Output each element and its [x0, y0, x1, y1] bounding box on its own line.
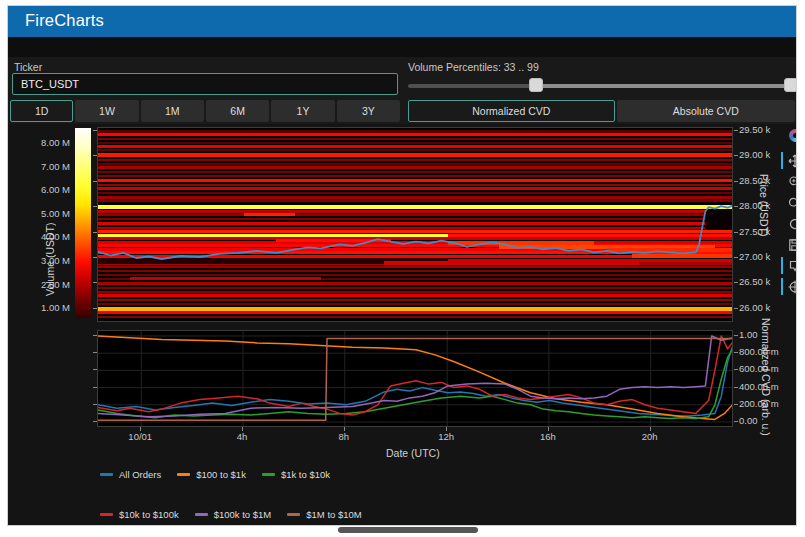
timeframe-1d-button[interactable]: 1D [10, 100, 73, 122]
tick-label: 29.50 k [739, 125, 770, 135]
tick-label: 4.00 M [30, 232, 70, 242]
tick-label: 26.00 k [739, 303, 770, 313]
crosshair-tool-icon[interactable] [787, 279, 797, 294]
tick-mark [242, 427, 243, 431]
tick-label: 400.00 m [739, 382, 779, 392]
tick-mark [93, 421, 97, 422]
cvd-axis-title: Normalized CVD (arb. u.) [760, 318, 772, 436]
tick-mark [650, 427, 651, 431]
ticker-input[interactable] [12, 73, 398, 95]
price-line [98, 128, 733, 322]
tick-label: 5.00 M [30, 209, 70, 219]
tick-mark [93, 130, 97, 131]
tick-mark [93, 387, 97, 388]
tick-mark [734, 181, 738, 182]
bokeh-logo-icon[interactable] [787, 128, 797, 143]
ticker-label: Ticker [14, 61, 42, 73]
wheel-zoom-tool-icon[interactable] [787, 195, 797, 210]
absolute-cvd-button[interactable]: Absolute CVD [617, 100, 795, 122]
tick-label: 2.00 M [30, 280, 70, 290]
cvd-plot[interactable] [97, 330, 733, 427]
box-zoom-tool-icon[interactable] [787, 174, 797, 189]
tick-label: 7.00 M [30, 162, 70, 172]
tick-mark [93, 352, 97, 353]
tick-mark [93, 257, 97, 258]
controls-panel: Ticker Volume Percentiles: 33 .. 99 1D1W… [8, 57, 796, 124]
tick-label: 200.00 m [739, 399, 779, 409]
volume-percentiles-slider[interactable] [408, 57, 795, 97]
tick-label: 800.00 m [739, 347, 779, 357]
reset-tool-icon[interactable] [787, 216, 797, 231]
tick-mark [734, 335, 738, 336]
tick-label: 3.00 M [30, 256, 70, 266]
hover-tool-icon[interactable] [787, 258, 797, 273]
timeframe-buttons: 1D1W1M6M1Y3Y [10, 100, 400, 122]
volume-heatmap-plot[interactable] [97, 127, 733, 322]
cvd-lines [98, 331, 733, 427]
legend-row-1: All Orders$100 to $1k$1k to $10k [100, 468, 330, 480]
app-title: FireCharts [25, 11, 104, 30]
legend-item: $1k to $10k [262, 469, 330, 480]
scrollbar-thumb[interactable] [338, 527, 478, 533]
app-window: FireCharts Ticker Volume Percentiles: 33… [7, 5, 797, 526]
legend-label: $100k to $1M [214, 509, 272, 520]
tick-mark [93, 308, 97, 309]
timeframe-1m-button[interactable]: 1M [141, 100, 204, 122]
slider-handle-max[interactable] [784, 78, 797, 92]
tick-label: 29.00 k [739, 150, 770, 160]
tick-mark [93, 206, 97, 207]
timeframe-1w-button[interactable]: 1W [75, 100, 138, 122]
subbar [8, 37, 796, 57]
app-header: FireCharts [8, 6, 796, 37]
legend-item: $10k to $100k [100, 509, 179, 520]
tick-mark [93, 232, 97, 233]
timeframe-1y-button[interactable]: 1Y [271, 100, 334, 122]
bokeh-toolbar [786, 128, 797, 294]
tick-label: 4h [222, 432, 262, 442]
tick-mark [734, 282, 738, 283]
legend-item: All Orders [100, 469, 161, 480]
slider-selected-range[interactable] [536, 84, 791, 88]
cvd-mode-buttons: Normalized CVDAbsolute CVD [408, 100, 795, 122]
tick-mark [734, 421, 738, 422]
save-tool-icon[interactable] [787, 237, 797, 252]
tick-mark [734, 352, 738, 353]
tick-label: 6.00 M [30, 185, 70, 195]
tick-mark [93, 282, 97, 283]
tick-label: 600.00 m [739, 364, 779, 374]
timeframe-3y-button[interactable]: 3Y [337, 100, 400, 122]
tick-mark [734, 387, 738, 388]
slider-handle-min[interactable] [529, 78, 543, 92]
tick-mark [446, 427, 447, 431]
timeframe-6m-button[interactable]: 6M [206, 100, 269, 122]
tick-mark [734, 404, 738, 405]
legend-label: $10k to $100k [119, 509, 179, 520]
tick-label: 20h [630, 432, 670, 442]
legend-label: $1k to $10k [281, 469, 330, 480]
legend-swatch [287, 513, 300, 516]
tick-label: 1.00 M [30, 303, 70, 313]
volume-colorbar [75, 128, 91, 318]
legend-item: $100k to $1M [195, 509, 272, 520]
legend-swatch [100, 473, 113, 476]
tick-mark [93, 404, 97, 405]
tick-mark [734, 308, 738, 309]
tick-label: 8h [324, 432, 364, 442]
legend-label: $100 to $1k [196, 469, 246, 480]
pan-tool-icon[interactable] [787, 153, 797, 168]
tick-mark [734, 369, 738, 370]
bokeh-logo-icon [789, 129, 798, 142]
legend-item: $100 to $1k [177, 469, 246, 480]
legend-label: All Orders [119, 469, 161, 480]
price-axis-title: Price (USDT) [758, 174, 770, 236]
tick-label: 16h [528, 432, 568, 442]
tick-label: 1.00 [739, 330, 758, 340]
tick-mark [734, 130, 738, 131]
tick-label: 26.50 k [739, 277, 770, 287]
tick-mark [734, 206, 738, 207]
normalized-cvd-button[interactable]: Normalized CVD [408, 100, 615, 122]
legend-item: $1M to $10M [287, 509, 361, 520]
tick-mark [734, 232, 738, 233]
tick-mark [140, 427, 141, 431]
tick-mark [548, 427, 549, 431]
